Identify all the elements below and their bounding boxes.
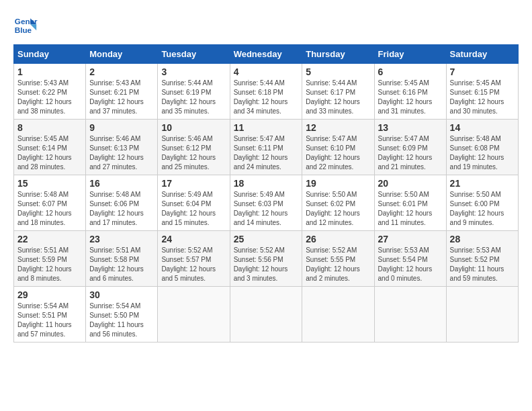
logo: General Blue (13, 13, 40, 38)
calendar-cell: 22 Sunrise: 5:51 AMSunset: 5:59 PMDaylig… (14, 231, 86, 287)
calendar-cell: 12 Sunrise: 5:47 AMSunset: 6:10 PMDaylig… (302, 120, 374, 175)
day-info: Sunrise: 5:43 AMSunset: 6:21 PMDaylight:… (89, 79, 144, 115)
day-number: 18 (234, 178, 299, 189)
day-number: 26 (306, 234, 370, 244)
calendar-cell: 23 Sunrise: 5:51 AMSunset: 5:58 PMDaylig… (86, 231, 158, 287)
calendar-cell (158, 287, 230, 342)
day-info: Sunrise: 5:47 AMSunset: 6:11 PMDaylight:… (234, 135, 288, 171)
calendar-cell: 25 Sunrise: 5:52 AMSunset: 5:56 PMDaylig… (230, 231, 302, 287)
day-number: 9 (89, 122, 154, 133)
calendar-table: SundayMondayTuesdayWednesdayThursdayFrid… (13, 44, 519, 342)
calendar-cell: 20 Sunrise: 5:50 AMSunset: 6:01 PMDaylig… (374, 175, 446, 231)
day-info: Sunrise: 5:48 AMSunset: 6:07 PMDaylight:… (17, 191, 72, 226)
day-info: Sunrise: 5:46 AMSunset: 6:13 PMDaylight:… (89, 135, 144, 171)
calendar-week-row: 15 Sunrise: 5:48 AMSunset: 6:07 PMDaylig… (14, 175, 519, 231)
day-number: 20 (378, 178, 443, 189)
calendar-header-wednesday: Wednesday (230, 45, 302, 64)
day-info: Sunrise: 5:49 AMSunset: 6:03 PMDaylight:… (234, 191, 288, 226)
day-info: Sunrise: 5:53 AMSunset: 5:52 PMDaylight:… (450, 246, 504, 282)
day-info: Sunrise: 5:43 AMSunset: 6:22 PMDaylight:… (17, 79, 72, 115)
day-info: Sunrise: 5:53 AMSunset: 5:54 PMDaylight:… (378, 246, 433, 282)
day-info: Sunrise: 5:51 AMSunset: 5:58 PMDaylight:… (89, 246, 144, 282)
day-number: 15 (17, 178, 82, 189)
day-info: Sunrise: 5:48 AMSunset: 6:08 PMDaylight:… (450, 135, 504, 171)
day-number: 21 (450, 178, 515, 189)
calendar-cell: 10 Sunrise: 5:46 AMSunset: 6:12 PMDaylig… (158, 120, 230, 175)
calendar-cell: 18 Sunrise: 5:49 AMSunset: 6:03 PMDaylig… (230, 175, 302, 231)
day-number: 8 (17, 122, 82, 133)
calendar-cell: 24 Sunrise: 5:52 AMSunset: 5:57 PMDaylig… (158, 231, 230, 287)
calendar-header-sunday: Sunday (14, 45, 86, 64)
calendar-cell: 6 Sunrise: 5:45 AMSunset: 6:16 PMDayligh… (374, 64, 446, 120)
calendar-cell: 27 Sunrise: 5:53 AMSunset: 5:54 PMDaylig… (374, 231, 446, 287)
calendar-cell: 5 Sunrise: 5:44 AMSunset: 6:17 PMDayligh… (302, 64, 374, 120)
day-number: 14 (450, 122, 515, 133)
day-number: 6 (378, 66, 443, 77)
header: General Blue (13, 13, 519, 38)
calendar-cell: 11 Sunrise: 5:47 AMSunset: 6:11 PMDaylig… (230, 120, 302, 175)
calendar-cell: 29 Sunrise: 5:54 AMSunset: 5:51 PMDaylig… (14, 287, 86, 342)
calendar-cell: 19 Sunrise: 5:50 AMSunset: 6:02 PMDaylig… (302, 175, 374, 231)
day-number: 3 (161, 66, 226, 77)
day-number: 24 (161, 234, 226, 244)
day-info: Sunrise: 5:54 AMSunset: 5:50 PMDaylight:… (89, 302, 144, 338)
day-info: Sunrise: 5:50 AMSunset: 6:00 PMDaylight:… (450, 191, 504, 226)
day-number: 5 (306, 66, 370, 77)
day-number: 23 (89, 234, 154, 244)
calendar-cell: 21 Sunrise: 5:50 AMSunset: 6:00 PMDaylig… (446, 175, 518, 231)
calendar-cell: 13 Sunrise: 5:47 AMSunset: 6:09 PMDaylig… (374, 120, 446, 175)
day-info: Sunrise: 5:49 AMSunset: 6:04 PMDaylight:… (161, 191, 216, 226)
day-info: Sunrise: 5:50 AMSunset: 6:02 PMDaylight:… (306, 191, 360, 226)
calendar-cell: 30 Sunrise: 5:54 AMSunset: 5:50 PMDaylig… (86, 287, 158, 342)
day-info: Sunrise: 5:51 AMSunset: 5:59 PMDaylight:… (17, 246, 72, 282)
day-number: 11 (234, 122, 299, 133)
calendar-cell: 4 Sunrise: 5:44 AMSunset: 6:18 PMDayligh… (230, 64, 302, 120)
calendar-cell: 9 Sunrise: 5:46 AMSunset: 6:13 PMDayligh… (86, 120, 158, 175)
day-info: Sunrise: 5:44 AMSunset: 6:19 PMDaylight:… (161, 79, 216, 115)
calendar-header-monday: Monday (86, 45, 158, 64)
day-info: Sunrise: 5:45 AMSunset: 6:16 PMDaylight:… (378, 79, 433, 115)
day-info: Sunrise: 5:45 AMSunset: 6:14 PMDaylight:… (17, 135, 72, 171)
calendar-week-row: 22 Sunrise: 5:51 AMSunset: 5:59 PMDaylig… (14, 231, 519, 287)
day-number: 28 (450, 234, 515, 244)
day-info: Sunrise: 5:44 AMSunset: 6:18 PMDaylight:… (234, 79, 288, 115)
calendar-cell: 2 Sunrise: 5:43 AMSunset: 6:21 PMDayligh… (86, 64, 158, 120)
day-number: 25 (234, 234, 299, 244)
day-info: Sunrise: 5:52 AMSunset: 5:56 PMDaylight:… (234, 246, 288, 282)
day-info: Sunrise: 5:54 AMSunset: 5:51 PMDaylight:… (17, 302, 72, 338)
calendar-header-tuesday: Tuesday (158, 45, 230, 64)
day-number: 16 (89, 178, 154, 189)
calendar-header-saturday: Saturday (446, 45, 518, 64)
day-info: Sunrise: 5:52 AMSunset: 5:57 PMDaylight:… (161, 246, 216, 282)
day-number: 7 (450, 66, 515, 77)
day-info: Sunrise: 5:45 AMSunset: 6:15 PMDaylight:… (450, 79, 504, 115)
calendar-body: 1 Sunrise: 5:43 AMSunset: 6:22 PMDayligh… (14, 64, 519, 342)
day-number: 12 (306, 122, 370, 133)
calendar-cell: 15 Sunrise: 5:48 AMSunset: 6:07 PMDaylig… (14, 175, 86, 231)
day-info: Sunrise: 5:52 AMSunset: 5:55 PMDaylight:… (306, 246, 360, 282)
calendar-week-row: 8 Sunrise: 5:45 AMSunset: 6:14 PMDayligh… (14, 120, 519, 175)
day-number: 10 (161, 122, 226, 133)
day-number: 27 (378, 234, 443, 244)
calendar-cell: 1 Sunrise: 5:43 AMSunset: 6:22 PMDayligh… (14, 64, 86, 120)
day-number: 2 (89, 66, 154, 77)
calendar-cell: 7 Sunrise: 5:45 AMSunset: 6:15 PMDayligh… (446, 64, 518, 120)
calendar-header-thursday: Thursday (302, 45, 374, 64)
calendar-cell: 26 Sunrise: 5:52 AMSunset: 5:55 PMDaylig… (302, 231, 374, 287)
calendar-cell: 17 Sunrise: 5:49 AMSunset: 6:04 PMDaylig… (158, 175, 230, 231)
day-number: 1 (17, 66, 82, 77)
day-info: Sunrise: 5:50 AMSunset: 6:01 PMDaylight:… (378, 191, 433, 226)
day-info: Sunrise: 5:47 AMSunset: 6:09 PMDaylight:… (378, 135, 433, 171)
calendar-header-friday: Friday (374, 45, 446, 64)
day-number: 30 (89, 289, 154, 300)
day-number: 29 (17, 289, 82, 300)
day-number: 22 (17, 234, 82, 244)
day-info: Sunrise: 5:44 AMSunset: 6:17 PMDaylight:… (306, 79, 360, 115)
day-number: 13 (378, 122, 443, 133)
calendar-week-row: 29 Sunrise: 5:54 AMSunset: 5:51 PMDaylig… (14, 287, 519, 342)
calendar-cell: 8 Sunrise: 5:45 AMSunset: 6:14 PMDayligh… (14, 120, 86, 175)
calendar-cell: 3 Sunrise: 5:44 AMSunset: 6:19 PMDayligh… (158, 64, 230, 120)
day-info: Sunrise: 5:46 AMSunset: 6:12 PMDaylight:… (161, 135, 216, 171)
calendar-cell (230, 287, 302, 342)
logo-icon: General Blue (13, 13, 38, 38)
